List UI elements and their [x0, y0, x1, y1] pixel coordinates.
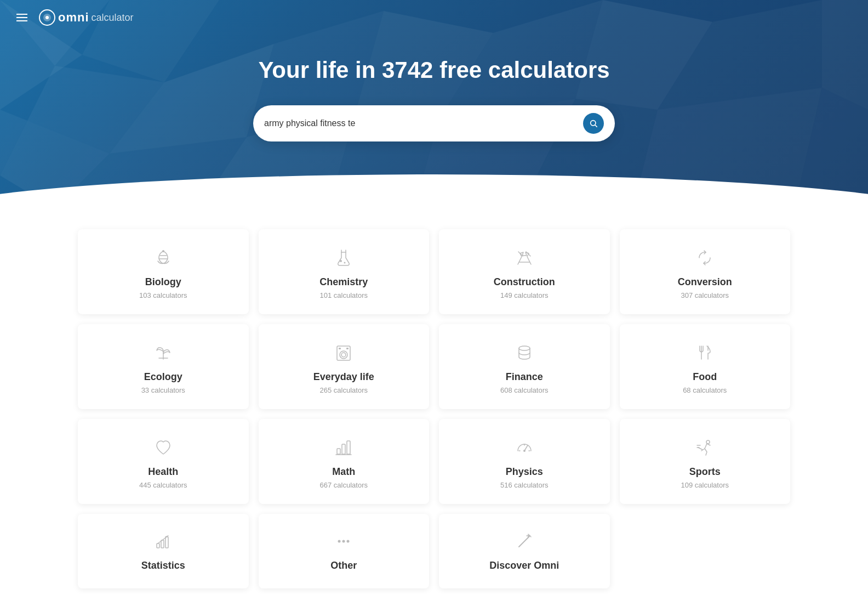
svg-point-5 — [162, 250, 164, 252]
everyday-count: 265 calculators — [320, 386, 368, 394]
discover-icon — [515, 530, 534, 552]
conversion-icon — [695, 247, 715, 269]
math-icon — [334, 437, 353, 458]
logo-mark-icon — [38, 9, 56, 26]
svg-rect-34 — [161, 540, 164, 548]
categories-grid: Biology 103 calculators Chemistry 101 ca… — [78, 229, 790, 588]
biology-icon — [153, 247, 173, 269]
menu-icon[interactable] — [16, 14, 27, 21]
physics-count: 516 calculators — [500, 481, 548, 489]
svg-point-36 — [338, 540, 341, 543]
category-card-food[interactable]: Food 68 calculators — [620, 324, 791, 409]
svg-rect-35 — [165, 537, 168, 548]
search-button[interactable] — [583, 113, 604, 134]
category-card-biology[interactable]: Biology 103 calculators — [78, 229, 249, 314]
logo-omni-text: omni — [58, 10, 89, 25]
chemistry-name: Chemistry — [319, 276, 368, 288]
svg-rect-21 — [342, 444, 345, 454]
everyday-name: Everyday life — [313, 371, 374, 383]
svg-point-7 — [340, 260, 342, 262]
svg-line-39 — [519, 538, 528, 547]
biology-count: 103 calculators — [139, 291, 187, 299]
svg-line-4 — [595, 125, 597, 127]
conversion-count: 307 calculators — [681, 291, 729, 299]
hero-title: Your life in 3742 free calculators — [11, 57, 857, 83]
search-icon — [589, 119, 598, 128]
category-card-finance[interactable]: Finance 608 calculators — [439, 324, 610, 409]
sports-name: Sports — [689, 466, 721, 478]
category-card-ecology[interactable]: Ecology 33 calculators — [78, 324, 249, 409]
hero-section: omni calculator Your life in 3742 free c… — [0, 0, 868, 218]
chemistry-count: 101 calculators — [320, 291, 368, 299]
search-bar — [253, 105, 615, 141]
svg-point-13 — [340, 351, 347, 359]
finance-icon — [515, 342, 534, 364]
navbar: omni calculator — [0, 0, 868, 35]
finance-name: Finance — [506, 371, 543, 383]
food-name: Food — [693, 371, 717, 383]
category-card-other[interactable]: Other — [259, 514, 430, 588]
svg-rect-20 — [337, 449, 340, 454]
sports-count: 109 calculators — [681, 481, 729, 489]
health-icon — [153, 437, 173, 458]
category-card-construction[interactable]: Construction 149 calculators — [439, 229, 610, 314]
construction-icon — [515, 247, 534, 269]
category-card-everyday[interactable]: Everyday life 265 calculators — [259, 324, 430, 409]
svg-point-29 — [706, 440, 710, 444]
everyday-icon — [334, 342, 353, 364]
svg-rect-33 — [157, 543, 159, 548]
category-card-sports[interactable]: Sports 109 calculators — [620, 419, 791, 504]
health-count: 445 calculators — [139, 481, 187, 489]
discover-name: Discover Omni — [489, 560, 559, 571]
svg-point-38 — [347, 540, 350, 543]
logo-calc-text: calculator — [92, 12, 134, 24]
svg-point-8 — [344, 262, 346, 264]
food-icon — [695, 342, 715, 364]
construction-name: Construction — [494, 276, 555, 288]
sports-icon — [695, 437, 715, 458]
svg-point-3 — [591, 121, 596, 126]
ecology-icon — [153, 342, 173, 364]
svg-point-25 — [523, 450, 526, 452]
logo[interactable]: omni calculator — [38, 9, 134, 26]
svg-point-37 — [342, 540, 345, 543]
svg-point-2 — [45, 16, 49, 19]
category-card-discover[interactable]: Discover Omni — [439, 514, 610, 588]
category-card-chemistry[interactable]: Chemistry 101 calculators — [259, 229, 430, 314]
statistics-name: Statistics — [141, 560, 185, 571]
category-card-conversion[interactable]: Conversion 307 calculators — [620, 229, 791, 314]
biology-name: Biology — [145, 276, 181, 288]
health-name: Health — [148, 466, 178, 478]
hero-content: Your life in 3742 free calculators — [0, 35, 868, 174]
finance-count: 608 calculators — [500, 386, 548, 394]
other-icon — [334, 530, 353, 552]
construction-count: 149 calculators — [500, 291, 548, 299]
svg-point-14 — [341, 353, 346, 357]
category-card-physics[interactable]: Physics 516 calculators — [439, 419, 610, 504]
svg-rect-22 — [347, 441, 350, 454]
food-count: 68 calculators — [683, 386, 727, 394]
conversion-name: Conversion — [678, 276, 732, 288]
svg-rect-16 — [346, 348, 349, 349]
other-name: Other — [330, 560, 357, 571]
math-count: 667 calculators — [320, 481, 368, 489]
category-card-statistics[interactable]: Statistics — [78, 514, 249, 588]
category-card-math[interactable]: Math 667 calculators — [259, 419, 430, 504]
category-card-health[interactable]: Health 445 calculators — [78, 419, 249, 504]
search-input[interactable] — [264, 118, 583, 128]
chemistry-icon — [334, 247, 353, 269]
ecology-name: Ecology — [144, 371, 182, 383]
ecology-count: 33 calculators — [141, 386, 185, 394]
physics-icon — [515, 437, 534, 458]
math-name: Math — [332, 466, 355, 478]
svg-point-17 — [519, 346, 530, 350]
physics-name: Physics — [506, 466, 543, 478]
svg-rect-15 — [339, 348, 341, 349]
categories-section: Biology 103 calculators Chemistry 101 ca… — [0, 218, 868, 606]
statistics-icon — [153, 530, 173, 552]
